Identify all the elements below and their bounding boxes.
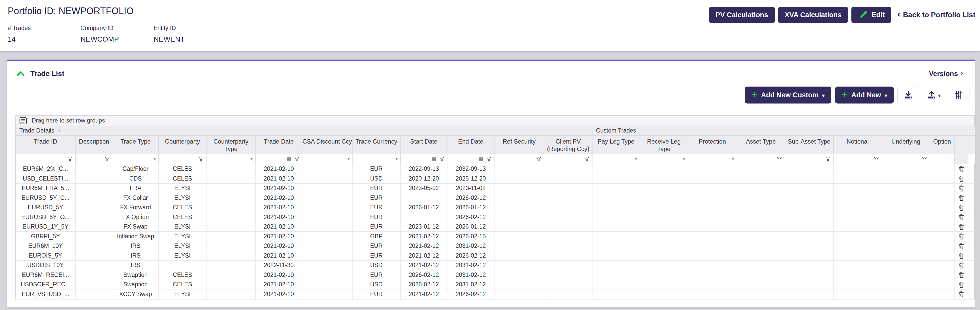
- filter-dropdown-caret-icon[interactable]: ▾: [635, 157, 637, 162]
- trade-row[interactable]: EUR6M_RECEI...SwaptionCELES2021-02-10EUR…: [16, 270, 975, 280]
- delete-trade-button[interactable]: [954, 222, 968, 232]
- filter-funnel-icon[interactable]: [486, 157, 492, 162]
- column-header-option[interactable]: Option: [930, 135, 954, 154]
- column-header-trade-date[interactable]: Trade Date: [255, 135, 302, 154]
- delete-trade-button[interactable]: [954, 261, 968, 270]
- filter-cell[interactable]: [447, 154, 494, 164]
- filter-cell[interactable]: [75, 154, 113, 164]
- filter-cell[interactable]: ▾: [640, 154, 688, 164]
- delete-trade-icon[interactable]: [958, 281, 965, 288]
- download-button[interactable]: [897, 86, 919, 104]
- delete-trade-button[interactable]: [954, 241, 968, 251]
- filter-funnel-icon[interactable]: [584, 157, 590, 162]
- filter-cell[interactable]: ▾: [302, 154, 352, 164]
- add-new-custom-button[interactable]: + Add New Custom ▾: [745, 87, 831, 103]
- trade-row[interactable]: EURUSD_5Y_C...FX CollarELYSI2021-02-10EU…: [16, 193, 975, 203]
- upload-button[interactable]: ▾: [923, 86, 944, 104]
- filter-cell[interactable]: [930, 154, 954, 164]
- column-header-counterparty-type[interactable]: Counterparty Type: [207, 135, 255, 154]
- column-header-notional[interactable]: Notional: [834, 135, 882, 154]
- filter-cell[interactable]: ▾: [688, 154, 737, 164]
- filter-cell[interactable]: [544, 154, 592, 164]
- column-header-ref-security[interactable]: Ref Security: [494, 135, 544, 154]
- filter-funnel-icon[interactable]: [825, 157, 831, 162]
- filter-dropdown-caret-icon[interactable]: ▾: [347, 157, 350, 162]
- delete-trade-icon[interactable]: [958, 291, 965, 298]
- delete-trade-icon[interactable]: [958, 243, 965, 250]
- filter-cell[interactable]: [785, 154, 834, 164]
- filter-cell[interactable]: ▾: [592, 154, 640, 164]
- trade-row[interactable]: EUR_VS_USD_...XCCY SwapELYSI2021-02-10EU…: [16, 289, 975, 299]
- column-header-counterparty[interactable]: Counterparty: [158, 135, 207, 154]
- filter-cell[interactable]: [737, 154, 785, 164]
- back-to-portfolio-list-link[interactable]: ‹ Back to Portfolio List: [897, 10, 975, 19]
- trade-row[interactable]: EURUSD_5Y_O...FX OptionCELES2021-02-10EU…: [16, 212, 975, 222]
- column-header-start-date[interactable]: Start Date: [400, 135, 447, 154]
- filter-cell[interactable]: [882, 154, 930, 164]
- filter-funnel-icon[interactable]: [67, 157, 73, 162]
- trade-list-collapse-toggle[interactable]: Trade List: [16, 69, 64, 79]
- column-header-csa-discount-ccy[interactable]: CSA Discount Ccy: [302, 135, 352, 154]
- delete-trade-button[interactable]: [954, 270, 968, 280]
- trade-row[interactable]: USDOIS_10YIRS2022-11-30USD2021-02-122031…: [16, 261, 975, 270]
- column-header-trade-type[interactable]: Trade Type: [113, 135, 158, 154]
- filter-dropdown-caret-icon[interactable]: ▾: [683, 157, 685, 162]
- trade-row[interactable]: EURUSD_5YFX ForwardCELES2021-02-10EUR202…: [16, 202, 975, 212]
- column-header-sub-asset-type[interactable]: Sub-Asset Type: [785, 135, 834, 154]
- filter-cell[interactable]: [255, 154, 302, 164]
- delete-trade-button[interactable]: [954, 183, 968, 193]
- filter-dropdown-caret-icon[interactable]: ▾: [250, 157, 253, 162]
- filter-cell[interactable]: ▾: [113, 154, 158, 164]
- filter-dropdown-caret-icon[interactable]: ▾: [154, 157, 156, 162]
- filter-cell[interactable]: ▾: [207, 154, 255, 164]
- filter-funnel-icon[interactable]: [922, 157, 927, 162]
- filter-cell[interactable]: ▾: [352, 154, 400, 164]
- filter-cell[interactable]: [400, 154, 447, 164]
- delete-trade-icon[interactable]: [958, 175, 965, 182]
- trade-row[interactable]: USD_CELESTI...CDSCELES2021-02-10USD2020-…: [16, 174, 975, 183]
- trade-row[interactable]: EUR6M_FRA_5...FRAELYSI2021-02-10EUR2023-…: [16, 183, 975, 193]
- add-new-button[interactable]: + Add New ▾: [835, 87, 894, 103]
- group-trade-details[interactable]: Trade Details›: [16, 126, 592, 135]
- trade-row[interactable]: EURUSD_1Y_5YFX SwapELYSI2021-02-10EUR202…: [16, 222, 975, 232]
- delete-trade-button[interactable]: [954, 280, 968, 289]
- delete-trade-icon[interactable]: [958, 204, 965, 211]
- column-header-trade-currency[interactable]: Trade Currency: [352, 135, 400, 154]
- delete-trade-button[interactable]: [954, 164, 968, 174]
- delete-trade-button[interactable]: [954, 289, 968, 299]
- edit-button[interactable]: Edit: [851, 7, 891, 23]
- filter-funnel-icon[interactable]: [294, 157, 299, 162]
- delete-trade-icon[interactable]: [958, 223, 965, 230]
- column-header-receive-leg-type[interactable]: Receive Leg Type: [640, 135, 688, 154]
- trade-row[interactable]: EUROIS_5YIRSELYSI2021-02-10EUR2021-02-12…: [16, 251, 975, 261]
- row-group-drop-zone[interactable]: Drag here to set row groups: [16, 115, 974, 126]
- delete-trade-button[interactable]: [954, 212, 968, 222]
- filter-funnel-icon[interactable]: [776, 157, 782, 162]
- delete-trade-icon[interactable]: [958, 233, 965, 240]
- trade-row[interactable]: EUR6M_10YIRSELYSI2021-02-10EUR2021-02-12…: [16, 241, 975, 251]
- date-picker-icon[interactable]: [478, 157, 484, 162]
- filter-cell[interactable]: [834, 154, 882, 164]
- filter-cell[interactable]: [16, 154, 75, 164]
- date-picker-icon[interactable]: [286, 157, 292, 162]
- filter-funnel-icon[interactable]: [536, 157, 542, 162]
- trade-row[interactable]: GBRPI_5YInflation SwapELYSI2021-02-10GBP…: [16, 232, 975, 241]
- delete-trade-icon[interactable]: [958, 252, 965, 259]
- filter-funnel-icon[interactable]: [198, 157, 204, 162]
- column-header-asset-type[interactable]: Asset Type: [737, 135, 785, 154]
- delete-trade-button[interactable]: [954, 202, 968, 212]
- filter-funnel-icon[interactable]: [104, 157, 110, 162]
- delete-trade-button[interactable]: [954, 193, 968, 203]
- pv-calculations-button[interactable]: PV Calculations: [709, 7, 775, 23]
- filter-cell[interactable]: [494, 154, 544, 164]
- delete-trade-icon[interactable]: [958, 214, 965, 221]
- delete-trade-icon[interactable]: [958, 272, 965, 278]
- column-header-trade-id[interactable]: Trade ID: [16, 135, 75, 154]
- delete-trade-icon[interactable]: [958, 195, 965, 201]
- column-settings-button[interactable]: [948, 86, 969, 104]
- filter-funnel-icon[interactable]: [439, 157, 445, 162]
- delete-trade-button[interactable]: [954, 232, 968, 241]
- delete-trade-button[interactable]: [954, 251, 968, 261]
- column-header-underlying[interactable]: Underlying: [882, 135, 930, 154]
- column-header-pay-leg-type[interactable]: Pay Leg Type: [592, 135, 640, 154]
